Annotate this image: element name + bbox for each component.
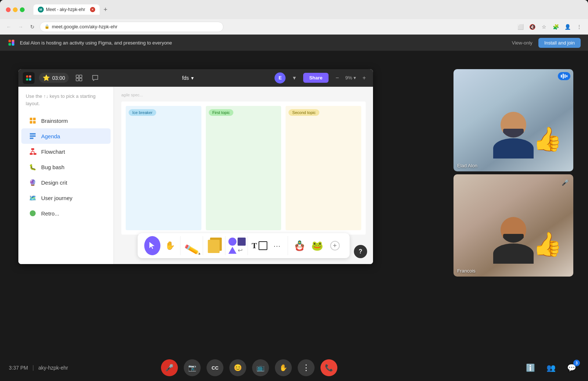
menu-icon[interactable]: ⋮: [575, 22, 584, 31]
pen-icon: ✏️: [183, 241, 201, 258]
chat-button[interactable]: 💬 3: [564, 360, 579, 375]
svg-rect-16: [33, 121, 36, 124]
sidebar-item-agenda[interactable]: Agenda: [21, 128, 111, 144]
end-call-button[interactable]: 📞: [320, 359, 337, 376]
tab-bar: M Meet - aky-hzpk-ehr ✕ +: [31, 4, 114, 15]
first-topic-column: First topic: [206, 106, 282, 230]
mute-button[interactable]: 🎤: [161, 359, 178, 376]
svg-rect-19: [30, 138, 33, 139]
svg-rect-14: [33, 118, 36, 120]
pen-tool-button[interactable]: ✏️: [184, 236, 200, 255]
captions-icon: CC: [212, 365, 219, 371]
agenda-icon: [29, 132, 37, 140]
cast-icon[interactable]: ⬜: [516, 22, 525, 31]
bottom-right-controls: ℹ️ 👥 💬 3: [523, 360, 579, 375]
first-topic-header: First topic: [209, 109, 234, 116]
sidebar-hint: Use the ↑↓ keys to pick a starting layou…: [18, 93, 114, 113]
user-dropdown-button[interactable]: ▾: [290, 74, 299, 82]
second-topic-header: Second topic: [288, 109, 319, 116]
text-tool-button[interactable]: T: [251, 236, 268, 255]
retro-label: Retro...: [41, 210, 59, 217]
people-button[interactable]: 👥: [544, 360, 559, 375]
extension-icon[interactable]: 🧩: [551, 22, 560, 31]
mute-tab-icon[interactable]: 🔇: [528, 22, 537, 31]
help-button[interactable]: ?: [354, 245, 367, 258]
svg-rect-11: [76, 78, 79, 81]
second-topic-column: Second topic: [286, 106, 361, 230]
bookmark-icon[interactable]: ☆: [539, 22, 548, 31]
brainstorm-icon: [29, 117, 37, 125]
user-initial: E: [279, 75, 282, 81]
file-name-button[interactable]: fds ▾: [179, 74, 197, 82]
figma-menu-button[interactable]: [23, 72, 35, 84]
video-panel-francois: 👍 Francois 🎤: [453, 174, 573, 277]
new-tab-button[interactable]: +: [100, 4, 111, 15]
forward-button[interactable]: →: [16, 22, 25, 31]
bottom-controls: 🎤 📷 CC 😊 📺 ✋ ⋮ 📞: [161, 359, 337, 376]
bottom-bar: 3:37 PM | aky-hzpk-ehr 🎤 📷 CC 😊 📺 ✋ ⋮ 📞: [0, 355, 588, 381]
select-tool-button[interactable]: [144, 236, 160, 255]
raise-hand-icon: ✋: [279, 364, 287, 372]
sidebar-item-retro[interactable]: Retro...: [21, 206, 111, 221]
notification-text: Edal Alon is hosting an activity using F…: [20, 40, 512, 46]
activity-button[interactable]: ✋: [275, 359, 292, 376]
select-tool-group: ✋: [142, 236, 180, 255]
zoom-level-display[interactable]: 9% ▾: [343, 74, 358, 81]
zoom-in-button[interactable]: +: [360, 74, 369, 82]
shapes-tool-button[interactable]: ↩: [229, 236, 245, 255]
profile-icon[interactable]: 👤: [563, 22, 572, 31]
camera-button[interactable]: 📷: [184, 359, 201, 376]
hand-tool-button[interactable]: ✋: [162, 236, 178, 255]
plugin-2-icon: 🐸: [311, 240, 323, 252]
view-mode-button[interactable]: [73, 72, 85, 84]
emoji-button[interactable]: 😊: [229, 359, 246, 376]
add-plugin-button[interactable]: +: [327, 236, 343, 255]
figma-notification-icon: [7, 39, 15, 47]
svg-rect-17: [30, 133, 36, 135]
sidebar-item-brainstorm[interactable]: Brainstorm: [21, 113, 111, 128]
sidebar-item-design-crit[interactable]: 🔮 Design crit: [21, 175, 111, 190]
plugin-2-button[interactable]: 🐸: [309, 236, 325, 255]
notes-tool-button[interactable]: [207, 236, 223, 255]
wave-2: [563, 74, 564, 79]
minimize-button[interactable]: [13, 7, 18, 12]
user-avatar[interactable]: E: [275, 72, 286, 83]
emoji-reaction-icon: 😊: [234, 364, 242, 372]
browser-chrome: M Meet - aky-hzpk-ehr ✕ + ← → ↻ 🔒 meet.g…: [0, 0, 588, 35]
flowchart-icon: [29, 147, 37, 156]
more-options-button[interactable]: ⋮: [298, 359, 315, 376]
refresh-button[interactable]: ↻: [28, 22, 37, 31]
install-join-button[interactable]: Install and join: [538, 38, 581, 48]
notification-bar: Edal Alon is hosting an activity using F…: [0, 35, 588, 51]
tab-title: Meet - aky-hzpk-ehr: [46, 7, 88, 12]
present-button[interactable]: 📺: [252, 359, 269, 376]
svg-rect-0: [8, 40, 11, 42]
captions-button[interactable]: CC: [207, 359, 223, 376]
sidebar-item-flowchart[interactable]: Flowchart: [21, 144, 111, 159]
info-icon: ℹ️: [526, 363, 535, 372]
share-button[interactable]: Share: [303, 73, 328, 83]
svg-rect-15: [30, 121, 32, 124]
fullscreen-button[interactable]: [20, 7, 25, 12]
plugin-1-button[interactable]: 🪆: [291, 236, 308, 255]
timer-button[interactable]: ⭐ 03:00: [39, 73, 69, 83]
view-only-label[interactable]: View-only: [512, 40, 533, 46]
address-field[interactable]: 🔒 meet.google.com/aky-hzpk-ehr: [40, 22, 223, 32]
timer-emoji-icon: ⭐: [43, 74, 50, 81]
sidebar-item-user-journey[interactable]: 🗺️ User journey: [21, 190, 111, 206]
info-button[interactable]: ℹ️: [523, 360, 538, 375]
zoom-out-button[interactable]: −: [333, 74, 342, 82]
close-button[interactable]: [6, 7, 11, 12]
address-text: meet.google.com/aky-hzpk-ehr: [52, 24, 117, 29]
svg-rect-2: [8, 43, 11, 46]
hand-icon: ✋: [165, 241, 175, 250]
back-button[interactable]: ←: [4, 22, 13, 31]
design-crit-icon: 🔮: [29, 178, 37, 186]
figma-window: ⭐ 03:00 fds ▾: [18, 69, 373, 264]
sidebar-item-bug-bash[interactable]: 🐛 Bug bash: [21, 159, 111, 175]
active-tab[interactable]: M Meet - aky-hzpk-ehr ✕: [33, 4, 100, 15]
tab-close-button[interactable]: ✕: [90, 7, 95, 12]
more-tools-button[interactable]: ···: [269, 236, 285, 255]
person-1-figure: [493, 112, 534, 159]
comments-button[interactable]: [89, 72, 101, 84]
